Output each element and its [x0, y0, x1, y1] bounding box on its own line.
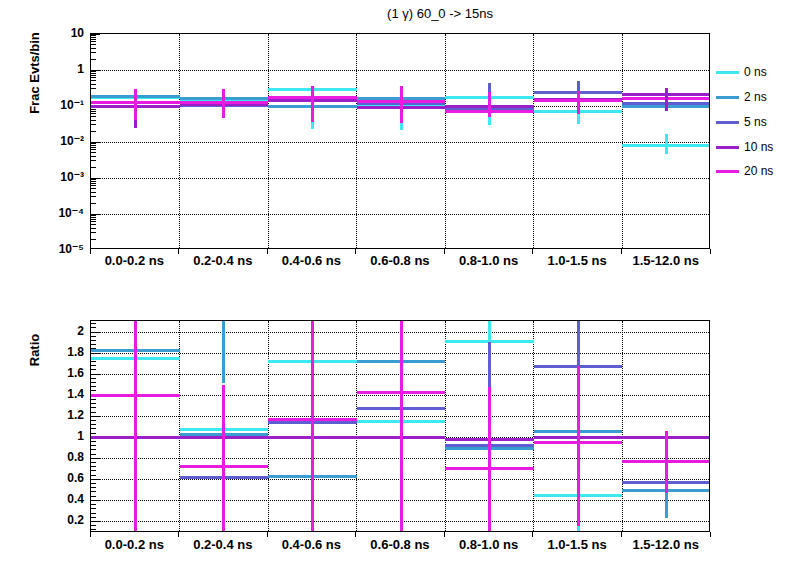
y-minor-tick	[91, 80, 96, 81]
y-major-tick	[91, 521, 100, 522]
y-minor-tick	[91, 386, 96, 387]
error-bar-20ns	[400, 321, 403, 531]
error-bar-0ns	[577, 526, 580, 531]
grid-line-horizontal	[91, 70, 709, 71]
legend-line-swatch	[716, 170, 739, 173]
y-tick-label: 0.2	[40, 513, 84, 527]
y-minor-tick	[91, 116, 96, 117]
x-bin-label: 0.0-0.2 ns	[90, 537, 179, 552]
y-minor-tick	[91, 470, 96, 471]
y-minor-tick	[91, 152, 96, 153]
legend-label: 2 ns	[744, 90, 767, 104]
y-minor-tick	[91, 37, 96, 38]
bottom-plot-area	[91, 321, 709, 531]
x-bin-label: 0.4-0.6 ns	[267, 253, 356, 268]
error-bar-20ns	[134, 89, 137, 121]
y-minor-tick	[91, 412, 96, 413]
y-minor-tick	[91, 365, 96, 366]
y-minor-tick	[91, 496, 96, 497]
y-minor-tick	[91, 399, 96, 400]
y-tick-label: 1.4	[40, 387, 84, 401]
legend-entry: 20 ns	[716, 164, 794, 178]
legend-line-swatch	[716, 121, 739, 124]
error-bar-20ns	[222, 89, 225, 118]
x-bin-label: 0.6-0.8 ns	[356, 537, 445, 552]
error-bar-2ns	[222, 321, 225, 383]
y-tick-label: 1	[40, 429, 84, 443]
y-minor-tick	[91, 390, 96, 391]
legend-label: 20 ns	[744, 164, 773, 178]
x-bin-label: 0.4-0.6 ns	[267, 537, 356, 552]
y-minor-tick	[91, 39, 96, 40]
legend-entry: 0 ns	[716, 65, 794, 79]
y-minor-tick	[91, 454, 96, 455]
error-bar-0ns	[665, 134, 668, 154]
y-minor-tick	[91, 113, 96, 114]
y-minor-tick	[91, 462, 96, 463]
y-minor-tick	[91, 428, 96, 429]
y-minor-tick	[91, 203, 96, 204]
x-bin-label: 1.0-1.5 ns	[533, 537, 622, 552]
y-minor-tick	[91, 145, 96, 146]
x-bin-label: 0.8-1.0 ns	[444, 537, 533, 552]
legend-label: 5 ns	[744, 115, 767, 129]
y-minor-tick	[91, 529, 96, 530]
y-minor-tick	[91, 466, 96, 467]
y-minor-tick	[91, 232, 96, 233]
top-frame	[90, 33, 710, 249]
legend-line-swatch	[716, 146, 739, 149]
y-tick-label: 2	[40, 324, 84, 338]
y-tick-label: 10⁻²	[40, 134, 84, 148]
y-minor-tick	[91, 167, 96, 168]
legend-entry: 5 ns	[716, 115, 794, 129]
y-tick-label: 0.4	[40, 492, 84, 506]
y-minor-tick	[91, 323, 96, 324]
y-major-tick	[91, 353, 100, 354]
error-bar-5ns	[488, 342, 491, 387]
x-bin-label: 0.6-0.8 ns	[356, 253, 445, 268]
legend-entry: 10 ns	[716, 140, 794, 154]
top-plot-area	[91, 34, 709, 248]
legend-label: 0 ns	[744, 65, 767, 79]
y-minor-tick	[91, 513, 96, 514]
y-tick-label: 0.6	[40, 471, 84, 485]
legend-entry: 2 ns	[716, 90, 794, 104]
y-minor-tick	[91, 71, 96, 72]
y-major-tick	[91, 458, 100, 459]
y-minor-tick	[91, 156, 96, 157]
error-bar-20ns	[665, 431, 668, 493]
y-minor-tick	[91, 188, 96, 189]
y-minor-tick	[91, 491, 96, 492]
legend-line-swatch	[716, 96, 739, 99]
y-minor-tick	[91, 196, 96, 197]
error-bar-20ns	[400, 86, 403, 123]
error-bar-20ns	[488, 387, 491, 531]
y-minor-tick	[91, 183, 96, 184]
error-bar-20ns	[311, 321, 314, 531]
y-minor-tick	[91, 420, 96, 421]
y-minor-tick	[91, 149, 96, 150]
y-minor-tick	[91, 403, 96, 404]
y-minor-tick	[91, 215, 96, 216]
error-bar-20ns	[577, 366, 580, 526]
y-minor-tick	[91, 52, 96, 53]
y-minor-tick	[91, 517, 96, 518]
error-bar-20ns	[488, 92, 491, 117]
grid-line-horizontal	[91, 142, 709, 143]
y-minor-tick	[91, 424, 96, 425]
y-minor-tick	[91, 111, 96, 112]
bottom-frame	[90, 320, 710, 532]
error-bar-2ns	[665, 493, 668, 518]
y-tick-label: 1.8	[40, 345, 84, 359]
y-tick-label: 10	[40, 26, 84, 40]
grid-line-horizontal	[91, 214, 709, 215]
y-minor-tick	[91, 475, 96, 476]
y-minor-tick	[91, 336, 96, 337]
error-bar-0ns	[577, 113, 580, 124]
bottom-y-axis-title: Ratio	[27, 320, 41, 380]
y-minor-tick	[91, 219, 96, 220]
y-tick-label: 1.6	[40, 366, 84, 380]
y-minor-tick	[91, 228, 96, 229]
y-minor-tick	[91, 525, 96, 526]
y-minor-tick	[91, 41, 96, 42]
